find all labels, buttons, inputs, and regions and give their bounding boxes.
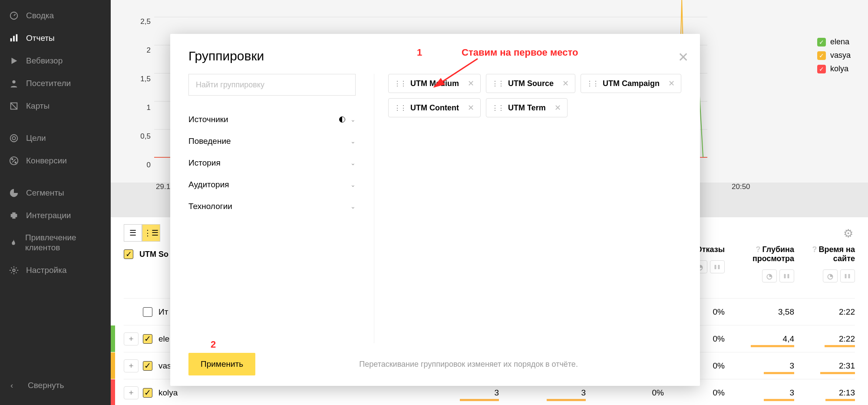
apply-button[interactable]: Применить	[188, 353, 255, 375]
remove-chip-icon[interactable]: ✕	[559, 77, 572, 90]
checkbox[interactable]: ✓	[143, 388, 152, 398]
col-time: ?Время на сайте ◔⫾⫾	[794, 245, 855, 282]
sidebar-item-maps[interactable]: Карты	[0, 95, 111, 117]
legend-swatch: ✓	[817, 38, 826, 46]
checkbox[interactable]	[143, 307, 152, 317]
sidebar-item-reports[interactable]: Отчеты	[0, 27, 111, 50]
sidebar-item-label: Сводка	[26, 11, 54, 20]
expand-button[interactable]: +	[124, 359, 139, 372]
sidebar-item-goals[interactable]: Цели	[0, 127, 111, 149]
drag-handle-icon[interactable]: ⋮⋮	[394, 104, 406, 112]
annotation-1: 1	[417, 47, 422, 58]
sidebar-item-acquisition[interactable]: Привлечение клиентов	[0, 227, 111, 259]
drag-handle-icon[interactable]: ⋮⋮	[492, 104, 504, 112]
drag-handle-icon[interactable]: ⋮⋮	[492, 80, 504, 88]
selected-chips: ⋮⋮UTM Medium✕ ⋮⋮UTM Source✕ ⋮⋮UTM Campai…	[388, 74, 686, 117]
target-icon	[9, 133, 19, 143]
sidebar-collapse[interactable]: ‹ Свернуть	[0, 375, 111, 396]
chip-utm-campaign[interactable]: ⋮⋮UTM Campaign✕	[581, 74, 681, 93]
flame-icon	[9, 238, 18, 248]
bars-toggle-icon[interactable]: ⫾⫾	[710, 260, 725, 273]
chip-utm-content[interactable]: ⋮⋮UTM Content✕	[388, 98, 481, 117]
sidebar-item-summary[interactable]: Сводка	[0, 4, 111, 27]
svg-point-11	[13, 269, 15, 272]
sidebar: Сводка Отчеты Вебвизор Посетители Карты …	[0, 0, 111, 405]
view-toggle: ☰ ⋮☰	[124, 224, 160, 242]
chart-legend: ✓elena ✓vasya ✓kolya	[817, 37, 851, 78]
bars-icon	[9, 33, 19, 43]
groupings-modal: Группировки ✕ Источники⌄ Поведение⌄ Исто…	[170, 34, 700, 386]
chevron-down-icon: ⌄	[350, 203, 356, 210]
percent-icon	[9, 156, 19, 166]
modal-footer: Применить Перетаскивание группировок изм…	[170, 342, 700, 386]
bars-toggle-icon[interactable]: ⫾⫾	[779, 269, 794, 282]
modal-left-panel: Источники⌄ Поведение⌄ История⌄ Аудитория…	[170, 74, 374, 343]
help-icon[interactable]: ?	[756, 245, 760, 254]
checkbox[interactable]: ✓	[143, 361, 152, 371]
view-list-button[interactable]: ☰	[124, 224, 142, 242]
sidebar-item-label: Конверсии	[26, 156, 67, 166]
sidebar-item-conversions[interactable]: Конверсии	[0, 149, 111, 172]
sidebar-item-label: Отчеты	[26, 33, 55, 43]
chevron-down-icon: ⌄	[350, 138, 356, 145]
drag-handle-icon[interactable]: ⋮⋮	[586, 80, 598, 88]
play-icon	[9, 56, 19, 66]
chip-utm-source[interactable]: ⋮⋮UTM Source✕	[486, 74, 575, 93]
legend-swatch: ✓	[817, 65, 826, 73]
checkbox[interactable]: ✓	[143, 334, 152, 344]
expand-button[interactable]: +	[124, 386, 139, 399]
footer-hint: Перетаскивание группировок изменяет их п…	[255, 360, 682, 369]
sidebar-item-label: Посетители	[26, 79, 71, 88]
drag-handle-icon[interactable]: ⋮⋮	[394, 80, 406, 88]
chevron-left-icon: ‹	[10, 381, 21, 390]
remove-chip-icon[interactable]: ✕	[464, 77, 478, 90]
gear-icon	[9, 265, 19, 276]
svg-rect-2	[13, 36, 15, 42]
close-icon[interactable]: ✕	[678, 50, 689, 65]
col-depth: ?Глубина просмотра ◔⫾⫾	[725, 245, 794, 282]
chip-utm-term[interactable]: ⋮⋮UTM Term✕	[486, 98, 568, 117]
help-icon[interactable]: ?	[812, 245, 817, 254]
chevron-down-icon: ⌄	[350, 159, 356, 166]
remove-chip-icon[interactable]: ✕	[551, 101, 564, 114]
sidebar-item-webvisor[interactable]: Вебвизор	[0, 50, 111, 72]
map-icon	[9, 101, 19, 111]
sidebar-collapse-label: Свернуть	[28, 381, 64, 390]
expand-button[interactable]: +	[124, 332, 139, 345]
annotation-text: Ставим на первое место	[462, 47, 578, 58]
legend-item-vasya[interactable]: ✓vasya	[817, 51, 851, 60]
view-tree-button[interactable]: ⋮☰	[142, 224, 160, 242]
category-behavior[interactable]: Поведение⌄	[188, 130, 356, 152]
half-circle-icon	[339, 116, 345, 123]
remove-chip-icon[interactable]: ✕	[665, 77, 678, 90]
search-input[interactable]	[188, 74, 356, 96]
category-sources[interactable]: Источники⌄	[188, 109, 356, 130]
svg-point-4	[12, 80, 15, 83]
sidebar-item-visitors[interactable]: Посетители	[0, 72, 111, 95]
sidebar-item-label: Привлечение клиентов	[25, 233, 102, 253]
svg-rect-3	[16, 34, 18, 42]
sidebar-item-settings[interactable]: Настройка	[0, 259, 111, 282]
category-tech[interactable]: Технологии⌄	[188, 196, 356, 217]
checkbox-all[interactable]: ✓	[124, 249, 133, 259]
legend-item-kolya[interactable]: ✓kolya	[817, 64, 851, 73]
sidebar-item-label: Вебвизор	[26, 56, 63, 66]
legend-item-elena[interactable]: ✓elena	[817, 37, 851, 46]
sidebar-item-segments[interactable]: Сегменты	[0, 182, 111, 204]
category-audience[interactable]: Аудитория⌄	[188, 174, 356, 196]
bars-toggle-icon[interactable]: ⫾⫾	[840, 269, 855, 282]
pie-toggle-icon[interactable]: ◔	[762, 269, 777, 282]
sidebar-item-integrations[interactable]: Интеграции	[0, 204, 111, 227]
sidebar-item-label: Сегменты	[26, 188, 64, 198]
modal-title: Группировки	[170, 34, 700, 74]
pie-toggle-icon[interactable]: ◔	[823, 269, 838, 282]
svg-point-10	[15, 162, 16, 163]
col-utm-source: UTM So	[139, 250, 168, 259]
legend-swatch: ✓	[817, 51, 826, 60]
category-history[interactable]: История⌄	[188, 152, 356, 174]
chevron-down-icon: ⌄	[350, 181, 356, 188]
svg-point-7	[12, 136, 15, 139]
remove-chip-icon[interactable]: ✕	[464, 101, 478, 114]
table-settings-icon[interactable]: ⚙	[843, 227, 853, 240]
chip-utm-medium[interactable]: ⋮⋮UTM Medium✕	[388, 74, 481, 93]
